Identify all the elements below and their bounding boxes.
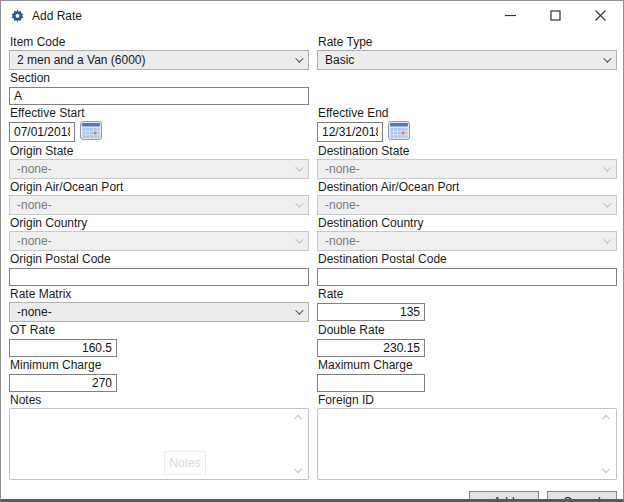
scroll-up-icon[interactable] bbox=[602, 415, 610, 423]
minimum-charge-input[interactable] bbox=[9, 374, 117, 392]
field-foreign-id: Foreign ID bbox=[317, 392, 617, 480]
ot-rate-input[interactable] bbox=[9, 339, 117, 357]
destination-country-label: Destination Country bbox=[318, 216, 617, 230]
ot-rate-label: OT Rate bbox=[10, 323, 309, 337]
field-ot-rate: OT Rate bbox=[9, 322, 309, 357]
calendar-icon bbox=[80, 121, 102, 143]
foreign-id-textarea[interactable] bbox=[318, 409, 598, 479]
chevron-down-icon bbox=[603, 199, 611, 207]
chevron-down-icon bbox=[603, 163, 611, 171]
destination-postal-input[interactable] bbox=[317, 268, 617, 286]
item-code-value: 2 men and a Van (6000) bbox=[17, 53, 146, 67]
destination-country-select: -none- bbox=[317, 231, 617, 251]
add-button[interactable]: Add bbox=[469, 491, 539, 502]
scroll-down-icon[interactable] bbox=[602, 465, 610, 473]
destination-port-value: -none- bbox=[325, 198, 360, 212]
field-double-rate: Double Rate bbox=[317, 322, 617, 357]
origin-port-value: -none- bbox=[17, 198, 52, 212]
rate-label: Rate bbox=[318, 287, 617, 301]
chevron-down-icon bbox=[603, 54, 611, 62]
field-rate-matrix: Rate Matrix -none- bbox=[9, 286, 309, 322]
item-code-label: Item Code bbox=[10, 35, 309, 49]
rate-type-label: Rate Type bbox=[318, 35, 617, 49]
effective-start-calendar-button[interactable] bbox=[80, 121, 102, 143]
effective-end-input[interactable] bbox=[317, 122, 383, 142]
chevron-down-icon bbox=[603, 235, 611, 243]
close-icon bbox=[595, 9, 606, 24]
destination-port-select: -none- bbox=[317, 195, 617, 215]
rate-type-select[interactable]: Basic bbox=[317, 50, 617, 70]
field-destination-postal: Destination Postal Code bbox=[317, 251, 617, 286]
form-grid: Item Code 2 men and a Van (6000) Rate Ty… bbox=[1, 31, 623, 502]
field-effective-end: Effective End bbox=[317, 105, 617, 143]
chevron-down-icon bbox=[295, 54, 303, 62]
add-rate-dialog: Add Rate Item Code bbox=[0, 0, 624, 502]
destination-state-select: -none- bbox=[317, 159, 617, 179]
foreign-id-label: Foreign ID bbox=[318, 393, 617, 407]
close-button[interactable] bbox=[578, 1, 623, 31]
origin-port-select: -none- bbox=[9, 195, 309, 215]
notes-textarea-frame bbox=[9, 408, 309, 480]
origin-state-select: -none- bbox=[9, 159, 309, 179]
maximum-charge-input[interactable] bbox=[317, 374, 425, 392]
minimize-button[interactable] bbox=[488, 1, 533, 31]
minimum-charge-label: Minimum Charge bbox=[10, 358, 309, 372]
notes-textarea[interactable] bbox=[10, 409, 290, 479]
rate-type-value: Basic bbox=[325, 53, 354, 67]
foreign-id-textarea-frame bbox=[317, 408, 617, 480]
double-rate-input[interactable] bbox=[317, 339, 425, 357]
destination-country-value: -none- bbox=[325, 234, 360, 248]
rate-input[interactable] bbox=[317, 303, 425, 321]
origin-postal-input[interactable] bbox=[9, 268, 309, 286]
effective-start-label: Effective Start bbox=[10, 106, 309, 120]
double-rate-label: Double Rate bbox=[318, 323, 617, 337]
field-effective-start: Effective Start bbox=[9, 105, 309, 143]
minimize-icon bbox=[505, 9, 516, 24]
window-title: Add Rate bbox=[32, 9, 82, 23]
chevron-down-icon bbox=[295, 235, 303, 243]
field-minimum-charge: Minimum Charge bbox=[9, 357, 309, 392]
chevron-down-icon bbox=[295, 199, 303, 207]
titlebar: Add Rate bbox=[1, 1, 623, 31]
origin-postal-label: Origin Postal Code bbox=[10, 252, 309, 266]
field-origin-state: Origin State -none- bbox=[9, 143, 309, 179]
scroll-up-icon[interactable] bbox=[294, 415, 302, 423]
destination-state-label: Destination State bbox=[318, 144, 617, 158]
effective-start-input[interactable] bbox=[9, 122, 75, 142]
origin-country-select: -none- bbox=[9, 231, 309, 251]
origin-country-value: -none- bbox=[17, 234, 52, 248]
maximize-button[interactable] bbox=[533, 1, 578, 31]
destination-postal-label: Destination Postal Code bbox=[318, 252, 617, 266]
field-destination-port: Destination Air/Ocean Port -none- bbox=[317, 179, 617, 215]
rate-matrix-value: -none- bbox=[17, 305, 52, 319]
section-input[interactable] bbox=[9, 87, 309, 105]
spacer bbox=[317, 70, 617, 105]
field-notes: Notes bbox=[9, 392, 309, 480]
notes-label: Notes bbox=[10, 393, 309, 407]
field-origin-postal: Origin Postal Code bbox=[9, 251, 309, 286]
rate-matrix-label: Rate Matrix bbox=[10, 287, 309, 301]
item-code-select[interactable]: 2 men and a Van (6000) bbox=[9, 50, 309, 70]
calendar-icon bbox=[388, 121, 410, 143]
destination-port-label: Destination Air/Ocean Port bbox=[318, 180, 617, 194]
destination-state-value: -none- bbox=[325, 162, 360, 176]
chevron-down-icon bbox=[295, 163, 303, 171]
cancel-button[interactable]: Cancel bbox=[547, 491, 617, 502]
field-item-code: Item Code 2 men and a Van (6000) bbox=[9, 34, 309, 70]
field-destination-state: Destination State -none- bbox=[317, 143, 617, 179]
origin-state-label: Origin State bbox=[10, 144, 309, 158]
origin-port-label: Origin Air/Ocean Port bbox=[10, 180, 309, 194]
spacer bbox=[9, 480, 309, 502]
window-controls bbox=[488, 1, 623, 31]
section-label: Section bbox=[10, 71, 309, 85]
field-origin-port: Origin Air/Ocean Port -none- bbox=[9, 179, 309, 215]
field-maximum-charge: Maximum Charge bbox=[317, 357, 617, 392]
effective-end-calendar-button[interactable] bbox=[388, 121, 410, 143]
field-section: Section bbox=[9, 70, 309, 105]
field-rate-type: Rate Type Basic bbox=[317, 34, 617, 70]
origin-country-label: Origin Country bbox=[10, 216, 309, 230]
scroll-down-icon[interactable] bbox=[294, 465, 302, 473]
rate-matrix-select[interactable]: -none- bbox=[9, 302, 309, 322]
maximum-charge-label: Maximum Charge bbox=[318, 358, 617, 372]
maximize-icon bbox=[550, 9, 561, 24]
